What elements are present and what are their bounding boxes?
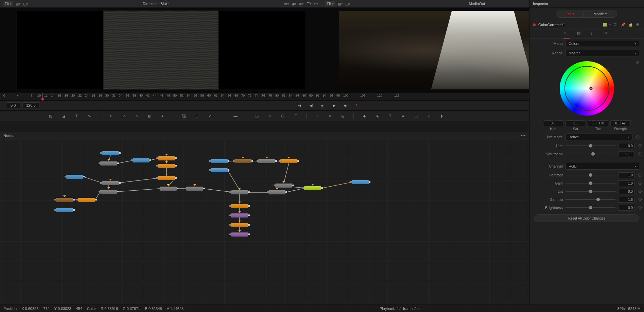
- gain-value[interactable]: 1.0: [618, 180, 634, 186]
- lift-slider[interactable]: [565, 191, 615, 192]
- brightness-value[interactable]: 0.0: [618, 205, 634, 211]
- transform-tool-icon[interactable]: ⊡: [194, 113, 200, 119]
- keyframe-diamond[interactable]: [638, 206, 642, 209]
- flow-node[interactable]: [275, 184, 292, 188]
- brightness-tool-icon[interactable]: ☀: [108, 113, 114, 119]
- shade-tool-icon[interactable]: ◗: [439, 113, 445, 119]
- flow-node[interactable]: [158, 156, 175, 160]
- flow-node[interactable]: [258, 159, 275, 163]
- nodes-menu-icon[interactable]: •••: [521, 134, 526, 138]
- range-start-field[interactable]: 0.0: [7, 102, 20, 108]
- tab-modifiers[interactable]: Modifiers: [584, 11, 617, 18]
- flow-node[interactable]: [66, 175, 83, 179]
- menu-select[interactable]: Colors▾: [565, 40, 639, 47]
- letterbox-tool-icon[interactable]: ▬: [232, 113, 239, 119]
- pin-icon[interactable]: 📌: [621, 22, 626, 27]
- node-graph-canvas[interactable]: [0, 139, 529, 305]
- correction-tab-icon[interactable]: ✦: [563, 31, 570, 37]
- viewer-content[interactable]: [0, 7, 322, 93]
- cube-tool-icon[interactable]: ⬚: [413, 113, 419, 119]
- camera-tool-icon[interactable]: ◈: [374, 113, 380, 119]
- keyframe-diamond[interactable]: [638, 152, 642, 156]
- last-frame-button[interactable]: ⏭: [343, 102, 349, 108]
- channel-select[interactable]: RGB▾: [565, 163, 639, 170]
- saturation-slider[interactable]: [565, 154, 615, 154]
- stop-button[interactable]: ■: [319, 102, 326, 108]
- flow-node[interactable]: [160, 187, 177, 191]
- flow-node[interactable]: [78, 198, 95, 202]
- stack-icon[interactable]: ☰▾: [306, 1, 312, 6]
- play-button[interactable]: ▶: [331, 102, 337, 108]
- settings-icon[interactable]: ⚙: [636, 22, 641, 27]
- light-tool-icon[interactable]: ☼: [426, 113, 432, 119]
- flow-node[interactable]: [56, 208, 73, 212]
- paint-tool-icon[interactable]: ✎: [86, 113, 92, 119]
- mask-poly-tool-icon[interactable]: ⬠: [280, 113, 286, 119]
- flow-node[interactable]: [158, 176, 175, 180]
- sat-value[interactable]: 1.11: [565, 120, 586, 126]
- playhead-marker[interactable]: [42, 93, 43, 100]
- levels-tab-icon[interactable]: ▤: [577, 31, 583, 37]
- mask-ellipse-tool-icon[interactable]: ○: [267, 113, 273, 119]
- lift-value[interactable]: 0.0: [618, 189, 634, 194]
- first-frame-button[interactable]: ⏮: [296, 102, 302, 108]
- hue-value[interactable]: 0.0: [618, 143, 634, 149]
- blur-tool-icon[interactable]: ●: [159, 113, 166, 119]
- flow-node[interactable]: [211, 168, 228, 172]
- tint-mode-select[interactable]: Better▾: [565, 134, 632, 140]
- loop-button[interactable]: ↻: [354, 102, 360, 108]
- fit-dropdown[interactable]: Fit▾: [325, 1, 335, 6]
- merge-tool-icon[interactable]: ⿻: [181, 113, 187, 119]
- gradient-tool-icon[interactable]: ◢: [60, 113, 67, 119]
- reset-all-button[interactable]: Reset All Color Changes: [534, 214, 639, 222]
- keyframe-diamond[interactable]: [638, 197, 642, 201]
- background-tool-icon[interactable]: ▨: [48, 113, 54, 119]
- curves-tab-icon[interactable]: ⫿: [591, 31, 597, 37]
- levels-tool-icon[interactable]: ⫽: [121, 113, 127, 119]
- split-icon[interactable]: ◫▾: [23, 1, 28, 6]
- contrast-value[interactable]: 1.0: [618, 172, 634, 178]
- flow-node[interactable]: [352, 180, 369, 184]
- more-icon[interactable]: •••: [314, 1, 319, 6]
- mask-bspline-tool-icon[interactable]: ⌒: [293, 113, 299, 119]
- keyframe-diamond[interactable]: [638, 173, 642, 177]
- keyframe-diamond[interactable]: [636, 135, 640, 139]
- emitter-tool-icon[interactable]: ❋: [327, 113, 333, 119]
- keyframe-diamond[interactable]: [638, 181, 642, 185]
- range-end-field[interactable]: 120.0: [22, 102, 39, 108]
- flow-node[interactable]: [231, 204, 248, 208]
- color-wheel-handle[interactable]: M: [589, 87, 593, 90]
- lock-icon[interactable]: 🔒: [628, 22, 633, 27]
- shape-tool-icon[interactable]: ●: [400, 113, 406, 119]
- contrast-tool-icon[interactable]: ◐: [146, 113, 153, 119]
- flow-node[interactable]: [211, 159, 228, 163]
- range-select[interactable]: Master▾: [565, 50, 639, 56]
- tint-value[interactable]: 1.05120: [588, 120, 608, 126]
- flow-node[interactable]: [231, 232, 248, 237]
- curve-tool-icon[interactable]: ∿: [134, 113, 140, 119]
- gamma-slider[interactable]: [565, 199, 615, 200]
- gain-slider[interactable]: [565, 183, 615, 184]
- particles-tool-icon[interactable]: ⁘: [314, 113, 320, 119]
- text3d-tool-icon[interactable]: T: [387, 113, 393, 119]
- keyframe-diamond[interactable]: [638, 189, 642, 193]
- flow-node[interactable]: [186, 187, 203, 191]
- layout-icon[interactable]: ▦▾: [337, 1, 343, 6]
- 3d-tool-icon[interactable]: ◆: [361, 113, 367, 119]
- flow-node[interactable]: [100, 161, 117, 166]
- flow-node[interactable]: [231, 213, 248, 218]
- flow-node[interactable]: [102, 151, 119, 155]
- suppress-tab-icon[interactable]: ⚙: [604, 31, 610, 37]
- split-icon[interactable]: ◫▾: [345, 1, 350, 6]
- render-tool-icon[interactable]: ◎: [340, 113, 346, 119]
- flow-node[interactable]: [280, 159, 297, 163]
- text-tool-icon[interactable]: T: [73, 113, 80, 119]
- saturation-value[interactable]: 1.11: [618, 151, 634, 157]
- node-color-chip[interactable]: [603, 23, 607, 27]
- versions-icon[interactable]: ⊡: [613, 22, 618, 27]
- flow-node[interactable]: [268, 190, 285, 194]
- flow-node[interactable]: [102, 181, 119, 185]
- resize-tool-icon[interactable]: ⤢: [207, 113, 213, 119]
- color-wheel[interactable]: M: [560, 61, 614, 116]
- hue-slider[interactable]: [565, 145, 615, 146]
